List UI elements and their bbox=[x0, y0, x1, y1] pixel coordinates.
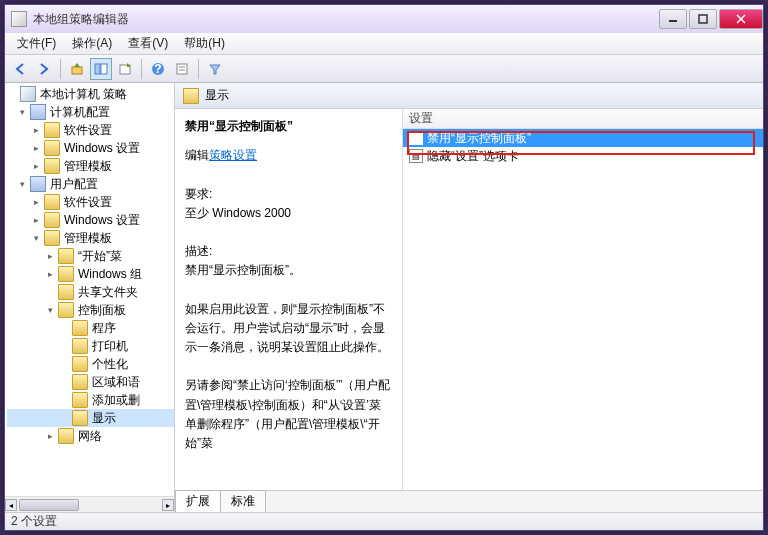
svg-text:?: ? bbox=[154, 62, 161, 76]
menubar: 文件(F) 操作(A) 查看(V) 帮助(H) bbox=[5, 33, 763, 55]
requirements-value: 至少 Windows 2000 bbox=[185, 204, 392, 223]
expand-icon[interactable]: ▸ bbox=[31, 125, 42, 136]
collapse-icon[interactable]: ▾ bbox=[17, 179, 28, 190]
description-pane: 禁用“显示控制面板” 编辑策略设置 要求: 至少 Windows 2000 描述… bbox=[175, 109, 403, 490]
expand-icon[interactable]: ▸ bbox=[45, 269, 56, 280]
tree-item[interactable]: ▸软件设置 bbox=[7, 121, 174, 139]
content-title: 显示 bbox=[205, 87, 229, 104]
folder-icon bbox=[72, 410, 88, 426]
statusbar: 2 个设置 bbox=[5, 512, 763, 530]
scroll-right-arrow[interactable]: ▸ bbox=[162, 499, 174, 511]
tree-item[interactable]: ▸软件设置 bbox=[7, 193, 174, 211]
description-text: 另请参阅“禁止访问‘控制面板’”（用户配置\管理模板\控制面板）和“从‘设置’菜… bbox=[185, 376, 392, 453]
folder-icon bbox=[72, 320, 88, 336]
tree-root[interactable]: ▶本地计算机 策略 bbox=[7, 85, 174, 103]
filter-button[interactable] bbox=[204, 58, 226, 80]
list-column-header[interactable]: 设置 bbox=[403, 109, 763, 129]
expand-icon[interactable]: ▸ bbox=[31, 197, 42, 208]
tree-computer-config[interactable]: ▾计算机配置 bbox=[7, 103, 174, 121]
folder-icon bbox=[58, 266, 74, 282]
folder-icon bbox=[58, 302, 74, 318]
folder-icon bbox=[44, 230, 60, 246]
tree-item[interactable]: ▾控制面板 bbox=[7, 301, 174, 319]
window-title: 本地组策略编辑器 bbox=[33, 11, 657, 28]
folder-icon bbox=[183, 88, 199, 104]
show-hide-tree-button[interactable] bbox=[90, 58, 112, 80]
folder-icon bbox=[72, 374, 88, 390]
description-label: 描述: bbox=[185, 242, 392, 261]
minimize-button[interactable] bbox=[659, 9, 687, 29]
close-button[interactable] bbox=[719, 9, 763, 29]
edit-policy-link[interactable]: 策略设置 bbox=[209, 148, 257, 162]
tree-item[interactable]: ▸添加或删 bbox=[7, 391, 174, 409]
body-area: ▶本地计算机 策略 ▾计算机配置 ▸软件设置 ▸Windows 设置 ▸管理模板… bbox=[5, 83, 763, 512]
requirements-label: 要求: bbox=[185, 185, 392, 204]
tree-h-scrollbar[interactable]: ◂ ▸ bbox=[5, 496, 174, 512]
menu-help[interactable]: 帮助(H) bbox=[176, 33, 233, 54]
tree-item[interactable]: ▸打印机 bbox=[7, 337, 174, 355]
folder-icon bbox=[72, 356, 88, 372]
forward-button[interactable] bbox=[33, 58, 55, 80]
folder-icon bbox=[58, 248, 74, 264]
computer-icon bbox=[30, 104, 46, 120]
tree-item[interactable]: ▸“开始”菜 bbox=[7, 247, 174, 265]
tree-item[interactable]: ▸区域和语 bbox=[7, 373, 174, 391]
export-list-button[interactable] bbox=[114, 58, 136, 80]
tree-item[interactable]: ▸Windows 设置 bbox=[7, 211, 174, 229]
policy-icon: ▤ bbox=[409, 131, 423, 145]
folder-icon bbox=[58, 284, 74, 300]
scroll-thumb[interactable] bbox=[19, 499, 79, 511]
policy-title: 禁用“显示控制面板” bbox=[185, 117, 392, 136]
tree-item[interactable]: ▸个性化 bbox=[7, 355, 174, 373]
tree-item[interactable]: ▸网络 bbox=[7, 427, 174, 445]
tree-item[interactable]: ▸Windows 组 bbox=[7, 265, 174, 283]
tree-item[interactable]: ▸共享文件夹 bbox=[7, 283, 174, 301]
folder-icon bbox=[44, 212, 60, 228]
folder-icon bbox=[58, 428, 74, 444]
collapse-icon[interactable]: ▾ bbox=[17, 107, 28, 118]
user-icon bbox=[30, 176, 46, 192]
folder-icon bbox=[44, 194, 60, 210]
folder-icon bbox=[44, 140, 60, 156]
tree-item[interactable]: ▸管理模板 bbox=[7, 157, 174, 175]
scroll-left-arrow[interactable]: ◂ bbox=[5, 499, 17, 511]
tab-extended[interactable]: 扩展 bbox=[175, 490, 221, 512]
toolbar: ? bbox=[5, 55, 763, 83]
policy-list-item[interactable]: ▤ 隐藏“设置”选项卡 bbox=[403, 147, 763, 165]
tree-item[interactable]: ▾管理模板 bbox=[7, 229, 174, 247]
policy-icon: ▤ bbox=[409, 149, 423, 163]
policy-list-item-selected[interactable]: ▤ 禁用“显示控制面板” bbox=[403, 129, 763, 147]
tree-item[interactable]: ▸Windows 设置 bbox=[7, 139, 174, 157]
expand-icon[interactable]: ▸ bbox=[31, 215, 42, 226]
menu-view[interactable]: 查看(V) bbox=[120, 33, 176, 54]
tab-standard[interactable]: 标准 bbox=[220, 490, 266, 512]
content-pane: 显示 禁用“显示控制面板” 编辑策略设置 要求: 至少 Windows 2000… bbox=[175, 83, 763, 512]
back-button[interactable] bbox=[9, 58, 31, 80]
help-button[interactable]: ? bbox=[147, 58, 169, 80]
svg-rect-1 bbox=[699, 15, 707, 23]
policy-icon bbox=[20, 86, 36, 102]
description-text: 禁用“显示控制面板”。 bbox=[185, 261, 392, 280]
folder-icon bbox=[72, 338, 88, 354]
titlebar[interactable]: 本地组策略编辑器 bbox=[5, 5, 763, 33]
tree-user-config[interactable]: ▾用户配置 bbox=[7, 175, 174, 193]
folder-icon bbox=[72, 392, 88, 408]
tree-pane[interactable]: ▶本地计算机 策略 ▾计算机配置 ▸软件设置 ▸Windows 设置 ▸管理模板… bbox=[5, 83, 175, 512]
tree-item[interactable]: ▸程序 bbox=[7, 319, 174, 337]
menu-action[interactable]: 操作(A) bbox=[64, 33, 120, 54]
up-button[interactable] bbox=[66, 58, 88, 80]
collapse-icon[interactable]: ▾ bbox=[45, 305, 56, 316]
maximize-button[interactable] bbox=[689, 9, 717, 29]
expand-icon[interactable]: ▸ bbox=[45, 251, 56, 262]
properties-button[interactable] bbox=[171, 58, 193, 80]
expand-icon[interactable]: ▸ bbox=[31, 161, 42, 172]
expand-icon[interactable]: ▸ bbox=[31, 143, 42, 154]
expand-icon[interactable]: ▸ bbox=[45, 431, 56, 442]
description-text: 如果启用此设置，则“显示控制面板”不会运行。用户尝试启动“显示”时，会显示一条消… bbox=[185, 300, 392, 358]
settings-list-pane: 设置 ▤ 禁用“显示控制面板” ▤ 隐藏“设置”选项卡 bbox=[403, 109, 763, 490]
status-text: 2 个设置 bbox=[11, 513, 57, 530]
collapse-icon[interactable]: ▾ bbox=[31, 233, 42, 244]
menu-file[interactable]: 文件(F) bbox=[9, 33, 64, 54]
svg-rect-5 bbox=[95, 64, 100, 74]
tree-item-display[interactable]: ▸显示 bbox=[7, 409, 174, 427]
